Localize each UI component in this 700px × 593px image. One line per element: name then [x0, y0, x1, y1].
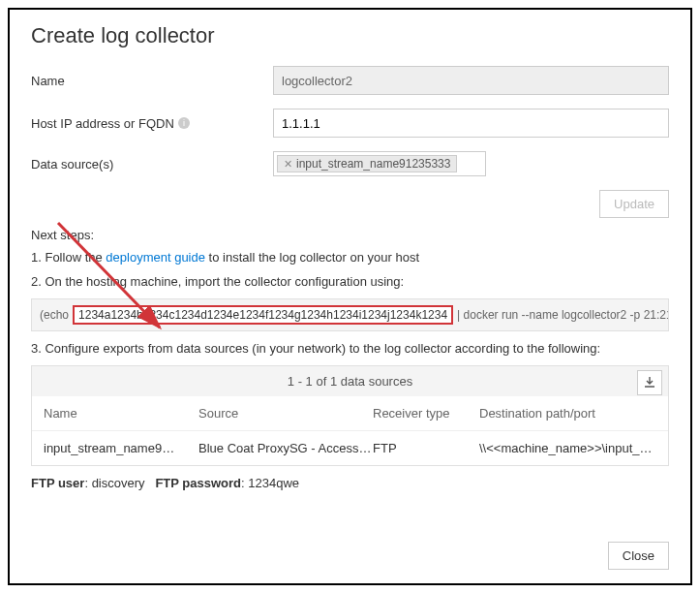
ftp-pass-label: FTP password — [155, 476, 241, 490]
close-button[interactable]: Close — [608, 542, 669, 570]
update-button[interactable]: Update — [599, 190, 669, 218]
name-input[interactable] — [273, 66, 669, 95]
next-steps-heading: Next steps: — [31, 228, 669, 242]
host-input[interactable] — [273, 109, 669, 138]
datasource-tag[interactable]: ✕ input_stream_name91235333 — [277, 155, 457, 172]
cmd-token: 1234a1234b1234c1234d1234e1234f1234g1234h… — [73, 305, 453, 325]
cell-receiver: FTP — [373, 441, 479, 455]
download-button[interactable] — [637, 370, 662, 395]
remove-tag-icon[interactable]: ✕ — [284, 158, 292, 171]
row-name: Name — [31, 66, 669, 95]
cell-name: input_stream_name9… — [44, 441, 198, 455]
table-summary: 1 - 1 of 1 data sources — [288, 374, 412, 389]
row-host: Host IP address or FQDN i — [31, 109, 669, 138]
datasource-tag-label: input_stream_name91235333 — [296, 157, 450, 171]
ftp-pass-value: 1234qwe — [248, 476, 299, 490]
col-destination: Destination path/port — [479, 406, 656, 421]
step-2: 2. On the hosting machine, import the co… — [31, 274, 669, 289]
datasource-select[interactable]: ✕ input_stream_name91235333 — [273, 151, 486, 176]
cmd-prefix: (echo — [40, 308, 69, 322]
table-header: Name Source Receiver type Destination pa… — [32, 396, 668, 431]
label-host: Host IP address or FQDN i — [31, 116, 273, 131]
deployment-guide-link[interactable]: deployment guide — [106, 250, 205, 265]
step-3: 3. Configure exports from data sources (… — [31, 341, 669, 356]
col-name: Name — [44, 406, 198, 421]
row-datasource: Data source(s) ✕ input_stream_name912353… — [31, 151, 669, 176]
dialog: Create log collector Name Host IP addres… — [8, 8, 692, 585]
download-icon — [644, 377, 655, 389]
table-summary-row: 1 - 1 of 1 data sources — [32, 366, 668, 396]
ftp-user-label: FTP user — [31, 476, 84, 490]
cell-destination: \\<<machine_name>>\input_stre… — [479, 441, 656, 455]
ftp-user-value: discovery — [92, 476, 145, 490]
page-title: Create log collector — [31, 23, 669, 48]
command-box[interactable]: (echo 1234a1234b1234c1234d1234e1234f1234… — [31, 298, 669, 331]
col-source: Source — [198, 406, 373, 421]
info-icon[interactable]: i — [178, 117, 190, 129]
label-datasource: Data source(s) — [31, 157, 273, 172]
cell-source: Blue Coat ProxySG - Access l… — [198, 441, 373, 455]
credentials: FTP user: discovery FTP password: 1234qw… — [31, 476, 669, 490]
col-receiver: Receiver type — [373, 406, 479, 421]
table-row: input_stream_name9… Blue Coat ProxySG - … — [32, 431, 668, 465]
datasource-table: 1 - 1 of 1 data sources Name Source Rece… — [31, 365, 669, 466]
cmd-suffix: | docker run --name logcollector2 -p 21:… — [457, 308, 669, 322]
step-1: 1. Follow the deployment guide to instal… — [31, 250, 669, 265]
label-host-text: Host IP address or FQDN — [31, 116, 174, 131]
label-name: Name — [31, 74, 273, 88]
